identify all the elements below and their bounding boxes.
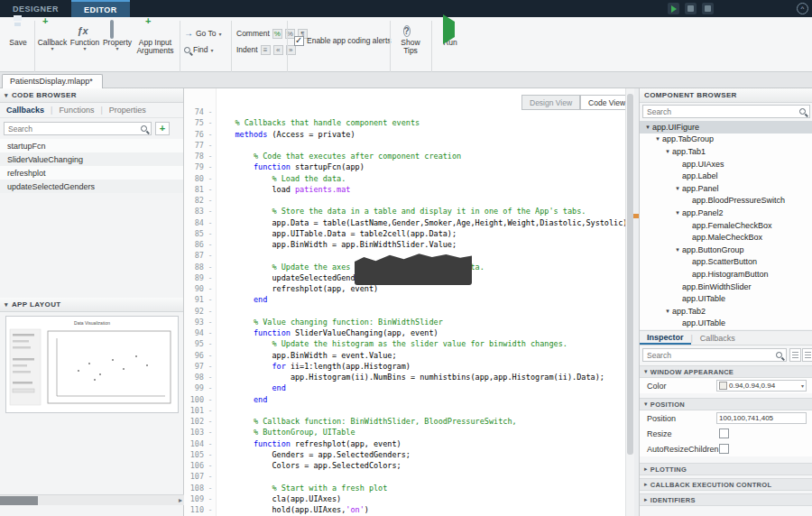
component-browser-header[interactable]: COMPONENT BROWSER bbox=[640, 88, 812, 103]
tree-node[interactable]: app.FemaleCheckBox bbox=[640, 219, 812, 232]
collapse-arrow-icon[interactable]: ▾ bbox=[5, 92, 8, 99]
fold-marker[interactable]: - bbox=[204, 483, 217, 493]
code-line[interactable]: 93- % Value changing function: BinWidthS… bbox=[184, 317, 625, 327]
collapse-arrow-icon[interactable]: ▸ bbox=[644, 481, 648, 488]
quick-access-icon-2[interactable] bbox=[702, 3, 714, 14]
callback-list-item[interactable]: refreshplot bbox=[0, 166, 183, 180]
tree-node[interactable]: ▾app.UIFigure bbox=[640, 121, 812, 134]
section-position[interactable]: ▾ POSITION bbox=[640, 398, 812, 410]
code-line[interactable]: 79- function startupFcn(app) bbox=[184, 161, 625, 172]
fold-marker[interactable]: - bbox=[204, 129, 217, 140]
inspector-search-input[interactable] bbox=[643, 351, 776, 360]
collapse-arrow-icon[interactable]: ▸ bbox=[644, 496, 648, 503]
fold-marker[interactable]: - bbox=[204, 350, 217, 361]
code-line[interactable]: 75- % Callbacks that handle component ev… bbox=[184, 117, 625, 128]
app-input-arguments-button[interactable]: App Input Arguments bbox=[134, 20, 176, 63]
fold-marker[interactable]: - bbox=[204, 449, 217, 460]
tab-properties[interactable]: Properties bbox=[103, 106, 152, 115]
find-button[interactable]: Find ▾ bbox=[184, 42, 214, 57]
function-button[interactable]: ƒx Function▾ bbox=[69, 20, 100, 63]
code-line[interactable]: 98- app.Histogram(ii).NumBins = numhistb… bbox=[184, 372, 625, 382]
fold-marker[interactable]: - bbox=[204, 372, 217, 382]
section-window-appearance[interactable]: ▾ WINDOW APPEARANCE bbox=[640, 365, 812, 378]
tree-node[interactable]: app.UITable bbox=[640, 292, 812, 305]
tab-inspector[interactable]: Inspector bbox=[640, 331, 691, 345]
code-editor[interactable]: 74-75- % Callbacks that handle component… bbox=[184, 88, 634, 516]
expand-arrow-icon[interactable]: ▾ bbox=[673, 209, 682, 217]
tree-node[interactable]: app.BloodPressureSwitch bbox=[640, 195, 812, 207]
callback-list-item[interactable]: updateSelectedGenders bbox=[0, 180, 183, 193]
tree-node[interactable]: ▾app.Tab2 bbox=[640, 305, 812, 318]
fold-marker[interactable]: - bbox=[204, 493, 217, 504]
expand-arrow-icon[interactable]: ▾ bbox=[673, 185, 682, 192]
tree-node[interactable]: app.UIAxes bbox=[640, 158, 812, 170]
fold-marker[interactable]: - bbox=[204, 294, 217, 305]
tab-designer[interactable]: DESIGNER bbox=[0, 0, 71, 17]
callback-button[interactable]: Callback▾ bbox=[37, 20, 68, 63]
inspector-search[interactable] bbox=[642, 348, 787, 362]
code-line[interactable]: 78- % Code that executes after component… bbox=[184, 151, 625, 161]
callback-list-item[interactable]: startupFcn bbox=[0, 139, 183, 152]
tab-callbacks[interactable]: Callbacks bbox=[0, 106, 51, 115]
code-line[interactable]: 97- for ii=1:length(app.Histogram) bbox=[184, 361, 625, 372]
tree-node[interactable]: app.Label bbox=[640, 170, 812, 182]
code-browser-search[interactable] bbox=[4, 122, 152, 135]
code-line[interactable]: 80- % Load the data. bbox=[184, 173, 625, 184]
fold-marker[interactable]: - bbox=[204, 161, 217, 172]
fold-marker[interactable]: - bbox=[204, 317, 217, 327]
tree-node[interactable]: app.ScatterButton bbox=[640, 256, 812, 269]
component-browser-search[interactable] bbox=[642, 105, 810, 118]
fold-marker[interactable]: - bbox=[204, 504, 217, 515]
fold-marker[interactable]: - bbox=[204, 184, 217, 195]
inspector-list-view-icon[interactable] bbox=[789, 348, 801, 362]
code-line[interactable]: 108- % Start with a fresh plot bbox=[184, 483, 625, 493]
autoresizechildren-checkbox[interactable] bbox=[719, 444, 729, 454]
code-line[interactable]: 96- app.BinWidth = event.Value; bbox=[184, 350, 625, 361]
expand-arrow-icon[interactable]: ▾ bbox=[643, 124, 652, 131]
fold-marker[interactable]: - bbox=[204, 361, 217, 372]
code-line[interactable]: 85- app.UITable.Data = table2cell(app.Da… bbox=[184, 228, 625, 239]
fold-marker[interactable]: - bbox=[204, 140, 217, 151]
collapse-arrow-icon[interactable]: ▾ bbox=[5, 301, 8, 309]
run-button[interactable]: Run bbox=[435, 20, 466, 63]
color-value-dropdown[interactable]: 0.94,0.94,0.94 ▾ bbox=[716, 380, 807, 392]
inspector-group-view-icon[interactable] bbox=[802, 348, 812, 362]
tab-editor[interactable]: EDITOR bbox=[71, 0, 130, 17]
code-line[interactable]: 95- % Update the histogram as the slider… bbox=[184, 338, 625, 349]
scrollbar-thumb[interactable] bbox=[627, 94, 633, 455]
quick-access-icon[interactable] bbox=[685, 3, 697, 14]
expand-arrow-icon[interactable]: ▾ bbox=[663, 148, 672, 155]
code-browser-header[interactable]: ▾ CODE BROWSER bbox=[0, 88, 183, 103]
left-panel-scrollbar[interactable]: ▸ bbox=[0, 494, 184, 505]
fold-marker[interactable]: - bbox=[204, 382, 217, 393]
code-line[interactable]: 109- cla(app.UIAxes) bbox=[184, 493, 625, 504]
property-button[interactable]: Property▾ bbox=[102, 20, 133, 63]
collapse-arrow-icon[interactable]: ▾ bbox=[644, 368, 648, 375]
fold-marker[interactable]: - bbox=[204, 217, 217, 228]
section-callback-execution-control[interactable]: ▸ CALLBACK EXECUTION CONTROL bbox=[640, 478, 812, 491]
tree-node[interactable]: app.UITable bbox=[640, 318, 812, 330]
enable-alerts-checkbox[interactable] bbox=[294, 36, 304, 46]
collapse-arrow-icon[interactable]: ▸ bbox=[644, 465, 648, 473]
tree-node[interactable]: ▾app.Panel bbox=[640, 182, 812, 195]
code-line[interactable]: 102- % Callback function: BinWidthSlider… bbox=[184, 416, 625, 427]
fold-marker[interactable]: - bbox=[204, 394, 217, 405]
tree-node[interactable]: app.BinWidthSlider bbox=[640, 281, 812, 293]
code-line[interactable]: 92- bbox=[184, 306, 625, 317]
code-line[interactable]: 86- app.BinWidth = app.BinWidthSlider.Va… bbox=[184, 239, 625, 250]
fold-marker[interactable]: - bbox=[204, 405, 217, 416]
code-line[interactable]: 76- methods (Access = private) bbox=[184, 129, 625, 140]
go-to-button[interactable]: → Go To ▾ bbox=[184, 26, 222, 41]
enable-alerts-row[interactable]: Enable app coding alerts bbox=[294, 33, 392, 48]
quick-run-icon[interactable] bbox=[668, 3, 679, 14]
code-line[interactable]: 106- Colors = app.SelectedColors; bbox=[184, 460, 625, 471]
code-line[interactable]: 81- load patients.mat bbox=[184, 184, 625, 195]
code-line[interactable]: 101- bbox=[184, 405, 625, 416]
code-line[interactable]: 94- function SliderValueChanging(app, ev… bbox=[184, 327, 625, 338]
scrollbar-thumb[interactable] bbox=[0, 496, 38, 505]
design-view-button[interactable]: Design View bbox=[521, 95, 580, 110]
expand-arrow-icon[interactable]: ▾ bbox=[673, 246, 682, 253]
fold-marker[interactable]: - bbox=[204, 427, 217, 438]
app-layout-header[interactable]: ▾ APP LAYOUT bbox=[0, 298, 183, 312]
tree-node[interactable]: app.MaleCheckBox bbox=[640, 231, 812, 244]
